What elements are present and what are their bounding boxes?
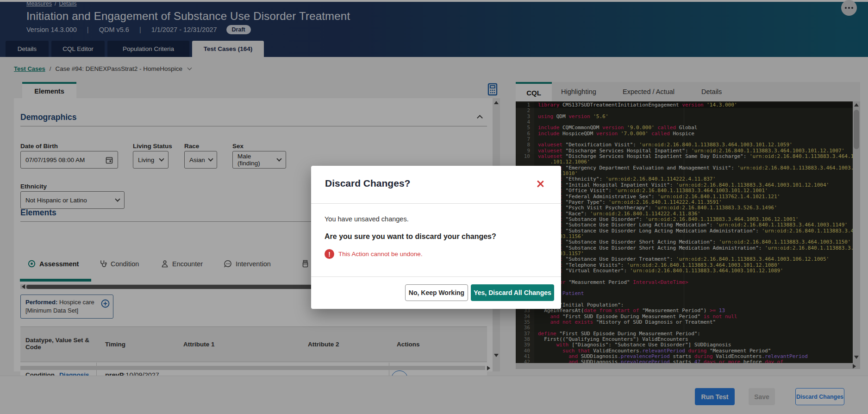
warning-row: ! This Action cannot be undone. [325,249,423,259]
discard-changes-dialog: Discard Changes? You have unsaved change… [311,166,561,309]
warning-text: This Action cannot be undone. [338,251,423,257]
dialog-title: Discard Changes? [325,178,410,189]
dialog-question: Are you sure you want to discard your ch… [325,232,496,241]
error-icon: ! [325,249,334,259]
app-screen: Measures/Details Initiation and Engageme… [0,0,868,414]
discard-all-button[interactable]: Yes, Discard All Changes [471,284,554,301]
close-icon[interactable] [536,180,544,188]
dialog-body: You have unsaved changes. Are you sure y… [311,204,561,276]
dialog-footer: No, Keep Working Yes, Discard All Change… [311,276,561,308]
dialog-message: You have unsaved changes. [325,215,409,223]
keep-working-button[interactable]: No, Keep Working [405,284,468,301]
dialog-header: Discard Changes? [311,166,561,204]
